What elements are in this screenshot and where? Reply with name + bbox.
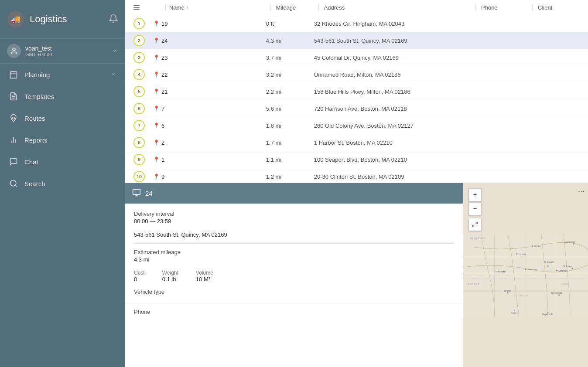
table-row[interactable]: 6 📍 7 5.6 mi 720 Harrison Ave, Boston, M… xyxy=(125,100,588,117)
row-name: 📍 22 xyxy=(150,71,261,78)
user-profile[interactable]: voan_test GMT +03:00 xyxy=(0,38,125,64)
reports-label: Reports xyxy=(24,136,48,144)
sidebar-item-reports[interactable]: Reports xyxy=(0,129,125,151)
stop-badge: 5 xyxy=(133,86,145,97)
vehicle-type-label: Vehicle type xyxy=(134,289,454,295)
sidebar-item-routes[interactable]: Routes xyxy=(0,107,125,129)
svg-point-34 xyxy=(532,245,533,247)
username: voan_test xyxy=(25,45,107,52)
fullscreen-button[interactable] xyxy=(468,218,482,231)
svg-text:NEBRASKA: NEBRASKA xyxy=(470,237,485,240)
stop-badge: 7 xyxy=(133,120,145,131)
user-menu-chevron[interactable] xyxy=(111,47,118,55)
stop-badge: 9 xyxy=(133,154,145,165)
table-row[interactable]: 5 📍 21 2.2 mi 158 Blue Hills Pkwy, Milto… xyxy=(125,83,588,100)
sidebar-item-planning[interactable]: Planning xyxy=(0,64,125,85)
pin-icon: 📍 xyxy=(153,20,160,27)
stop-badge-container: 5 xyxy=(129,86,150,97)
table-menu-icon[interactable] xyxy=(129,3,144,11)
row-address: 543-561 South St, Quincy, MA 02169 xyxy=(309,37,475,44)
stop-badge: 3 xyxy=(133,52,145,63)
sort-arrow-name: ↑ xyxy=(186,5,188,10)
detail-address: 543-561 South St, Quincy, MA 02169 xyxy=(134,231,454,238)
estimated-mileage-label: Estimated mileage xyxy=(134,249,454,255)
row-name-value: 24 xyxy=(161,37,168,44)
row-address: 20-30 Clinton St, Boston, MA 02109 xyxy=(309,173,475,180)
stop-badge-container: 9 xyxy=(129,154,150,165)
pin-icon: 📍 xyxy=(153,37,160,44)
row-mileage: 0 ft xyxy=(261,20,309,27)
routes-label: Routes xyxy=(24,115,45,122)
svg-point-50 xyxy=(507,292,509,293)
col-header-name[interactable]: Name ↑ xyxy=(165,4,270,11)
pin-icon: 📍 xyxy=(153,156,160,163)
zoom-in-button[interactable]: + xyxy=(468,188,482,201)
row-name: 📍 19 xyxy=(150,20,261,27)
stop-badge-container: 10 xyxy=(129,171,150,182)
row-mileage: 1.1 mi xyxy=(261,156,309,163)
pin-icon: 📍 xyxy=(153,54,160,61)
sidebar-item-templates[interactable]: Templates xyxy=(0,85,125,107)
row-name: 📍 2 xyxy=(150,139,261,146)
app-title: Logistics xyxy=(30,14,67,25)
notification-bell[interactable] xyxy=(109,14,118,25)
volume-value: 10 M³ xyxy=(196,276,213,282)
svg-point-44 xyxy=(547,265,549,267)
app-logo: 🚚 xyxy=(7,10,24,28)
table-row[interactable]: 9 📍 1 1.1 mi 100 Seaport Blvd, Boston, M… xyxy=(125,151,588,168)
col-header-mileage[interactable]: Mileage xyxy=(270,4,318,11)
table-row[interactable]: 4 📍 22 3.2 mi Unnamed Road, Milton, MA 0… xyxy=(125,66,588,83)
row-mileage: 3.2 mi xyxy=(261,71,309,78)
stop-badge-container: 4 xyxy=(129,69,150,80)
col-header-phone[interactable]: Phone xyxy=(475,4,532,11)
svg-point-46 xyxy=(556,270,557,271)
reports-icon xyxy=(9,135,18,145)
detail-metrics: Cost 0 Weight 0.1 lb Volume 10 M³ xyxy=(134,270,454,282)
svg-text:Fayetteville: Fayetteville xyxy=(542,313,554,316)
detail-body: Delivery interval 00:00 — 23:59 543-561 … xyxy=(125,204,463,303)
row-address: 1 Harbor St, Boston, MA 02210 xyxy=(309,139,475,146)
svg-text:MISSOURI: MISSOURI xyxy=(514,294,528,297)
row-address: 260 Old Colony Ave, Boston, MA 02127 xyxy=(309,122,475,129)
stop-badge: 4 xyxy=(133,69,145,80)
svg-line-14 xyxy=(15,185,17,187)
stop-badge-container: 1 xyxy=(129,18,150,29)
svg-point-13 xyxy=(10,180,16,186)
svg-point-9 xyxy=(13,117,15,119)
table-row[interactable]: 2 📍 24 4.3 mi 543-561 South St, Quincy, … xyxy=(125,32,588,49)
table-row[interactable]: 7 📍 6 1.8 mi 260 Old Colony Ave, Boston,… xyxy=(125,117,588,134)
sidebar-item-chat[interactable]: Chat xyxy=(0,151,125,173)
svg-text:KANSAS: KANSAS xyxy=(468,283,479,285)
map-svg: NEBRASKA KANSAS MISSOURI ILLINO... Omaha… xyxy=(463,183,588,367)
avatar xyxy=(7,44,21,58)
main-content: Name ↑ Mileage Address Phone Client 1 📍 … xyxy=(125,0,588,367)
estimated-mileage-value: 4.3 mi xyxy=(134,256,454,263)
cost-label: Cost xyxy=(134,270,145,276)
row-name-value: 23 xyxy=(161,54,168,61)
delivery-interval-value: 00:00 — 23:59 xyxy=(134,218,454,224)
zoom-out-button[interactable]: − xyxy=(468,202,482,215)
pin-icon: 📍 xyxy=(153,88,160,95)
stops-table: Name ↑ Mileage Address Phone Client 1 📍 … xyxy=(125,0,588,183)
weight-metric: Weight 0.1 lb xyxy=(162,270,178,282)
row-name-value: 9 xyxy=(161,173,164,180)
map-more-options[interactable]: ··· xyxy=(578,187,585,196)
col-header-client[interactable]: Client xyxy=(532,4,585,11)
cost-value: 0 xyxy=(134,276,145,282)
pin-icon: 📍 xyxy=(153,71,160,78)
table-row[interactable]: 8 📍 2 1.7 mi 1 Harbor St, Boston, MA 022… xyxy=(125,134,588,151)
planning-label: Planning xyxy=(24,71,50,78)
phone-section: Phone xyxy=(125,303,463,321)
stop-badge-container: 7 xyxy=(129,120,150,131)
table-row[interactable]: 3 📍 23 3.7 mi 45 Colonial Dr, Quincy, MA… xyxy=(125,49,588,66)
sidebar-item-search[interactable]: Search xyxy=(0,173,125,194)
col-header-address[interactable]: Address xyxy=(318,4,475,11)
stop-badge: 2 xyxy=(133,35,145,46)
volume-label: Volume xyxy=(196,270,213,276)
table-row[interactable]: 10 📍 9 1.2 mi 20-30 Clinton St, Boston, … xyxy=(125,168,588,183)
weight-label: Weight xyxy=(162,270,178,276)
table-row[interactable]: 1 📍 19 0 ft 32 Rhodes Cir, Hingham, MA 0… xyxy=(125,15,588,32)
svg-text:Columbia: Columbia xyxy=(558,269,568,272)
templates-label: Templates xyxy=(24,93,54,100)
detail-header: 24 xyxy=(125,183,463,204)
